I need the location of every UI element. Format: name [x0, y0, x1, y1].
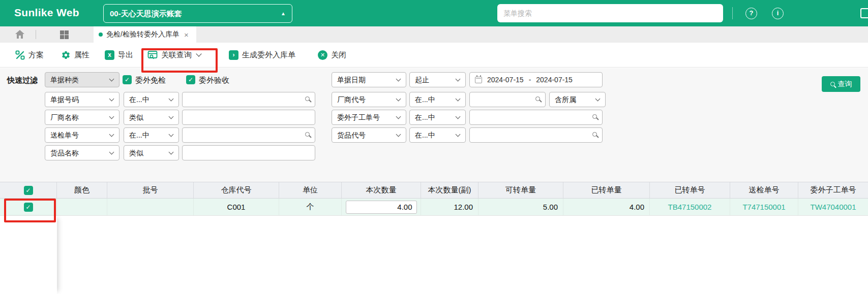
search-icon [592, 114, 597, 119]
toolbar-plan-button[interactable]: 方案 [15, 43, 44, 67]
row-select-cell: ✓ [0, 199, 57, 215]
chevron-down-icon [595, 96, 601, 102]
chevron-down-icon [169, 96, 174, 102]
info-icon[interactable]: i [772, 8, 784, 19]
toolbar-properties-button[interactable]: 属性 [61, 43, 89, 67]
row-checkbox[interactable]: ✓ [24, 203, 33, 212]
chevron-down-icon [396, 77, 401, 82]
date-range-input[interactable]: 2024-07-15 - 2024-07-15 [469, 72, 603, 87]
chevron-down-icon [456, 77, 461, 82]
inspection-doc-input[interactable] [182, 127, 315, 143]
help-icon[interactable]: ? [745, 8, 757, 19]
chevron-down-icon [169, 114, 174, 119]
vendor-code-input[interactable] [469, 92, 546, 107]
column-header[interactable]: 批号 [107, 182, 194, 198]
select-value: 单据种类 [50, 76, 79, 84]
item-name-op-select[interactable]: 类似 [124, 145, 179, 160]
column-header[interactable]: 可转单量 [478, 182, 563, 198]
subwork-order-op-select[interactable]: 在...中 [409, 110, 466, 125]
close-circle-icon: ✕ [318, 50, 327, 60]
scope-select[interactable]: 含所属 [549, 92, 606, 107]
column-header[interactable]: 委外子工单号 [798, 182, 868, 198]
outsource-accept-label: 委外验收 [199, 76, 229, 85]
column-header[interactable]: 送检单号 [730, 182, 798, 198]
search-icon [305, 132, 310, 137]
chevron-down-icon [396, 114, 401, 119]
home-icon[interactable] [15, 30, 24, 41]
select-all-header-cell: ✓ [0, 182, 57, 198]
account-select[interactable]: 00-天心天思演示账套 ▲ [103, 4, 292, 23]
select-value: 起止 [415, 76, 429, 84]
column-header[interactable]: 单位 [279, 182, 342, 198]
date-to[interactable]: 2024-07-15 [536, 76, 573, 84]
cell-transferred-qty: 4.00 [563, 199, 650, 215]
date-field-select[interactable]: 单据日期 [332, 72, 406, 87]
cell-subwork-order-link[interactable]: TW47040001 [798, 199, 868, 215]
table-header: ✓ 颜色 批号 仓库代号 单位 本次数量 本次数量(副) 可转单量 已转单量 已… [0, 182, 868, 199]
cell-transfer-doc-link[interactable]: TB47150002 [650, 199, 730, 215]
item-name-field-select[interactable]: 货品名称 [45, 145, 119, 160]
column-header[interactable]: 仓库代号 [194, 182, 279, 198]
doc-number-op-select[interactable]: 在...中 [124, 92, 179, 107]
date-from[interactable]: 2024-07-15 [487, 76, 524, 84]
outsource-accept-checkbox[interactable]: ✓ [186, 75, 195, 84]
toolbar-generate-button[interactable]: › 生成委外入库单 [229, 43, 295, 67]
chevron-down-icon [396, 132, 401, 137]
column-header[interactable]: 已转单号 [650, 182, 730, 198]
cell-inspection-doc-link[interactable]: T747150001 [730, 199, 798, 215]
doc-kind-select[interactable]: 单据种类 [45, 72, 119, 87]
item-code-field-select[interactable]: 货品代号 [332, 127, 406, 143]
toolbar-item-label: 导出 [118, 50, 133, 60]
doc-number-field-select[interactable]: 单据号码 [45, 92, 119, 107]
inspection-doc-op-select[interactable]: 在...中 [124, 127, 179, 143]
vendor-name-input[interactable] [182, 110, 315, 125]
qty-input[interactable] [346, 201, 417, 214]
inspection-doc-field-select[interactable]: 送检单号 [45, 127, 119, 143]
item-name-input[interactable] [182, 145, 315, 160]
tab-close-icon[interactable]: × [183, 30, 189, 39]
toolbar-item-label: 方案 [28, 50, 44, 60]
outsource-exempt-checkbox[interactable]: ✓ [123, 75, 132, 84]
select-value: 类似 [129, 149, 143, 157]
column-header[interactable]: 颜色 [57, 182, 107, 198]
frozen-column-shadow [0, 216, 57, 294]
item-code-input[interactable] [469, 127, 603, 143]
doc-number-input[interactable] [182, 92, 315, 107]
plan-icon [15, 50, 25, 60]
toolbar-item-label: 属性 [74, 50, 89, 60]
menu-search-input[interactable] [497, 4, 723, 22]
toolbar-export-button[interactable]: x 导出 [105, 43, 133, 67]
app-logo: Sunlike Web [14, 7, 79, 19]
chevron-down-icon [109, 150, 114, 155]
app-window: Sunlike Web 00-天心天思演示账套 ▲ ? i 免检/检验转委外入库… [0, 0, 868, 294]
toolbar: 方案 属性 x 导出 关联查询 › [0, 43, 868, 68]
fullscreen-icon[interactable] [860, 8, 868, 18]
range-mode-select[interactable]: 起止 [409, 72, 466, 87]
subwork-order-field-select[interactable]: 委外子工单号 [332, 110, 406, 125]
tab-active[interactable]: 免检/检验转委外入库单 × [94, 26, 196, 43]
vendor-name-op-select[interactable]: 类似 [124, 110, 179, 125]
linked-query-icon [147, 50, 158, 60]
apps-grid-icon[interactable] [60, 30, 69, 39]
outsource-exempt-label: 委外免检 [135, 76, 166, 85]
search-icon [305, 96, 310, 101]
toolbar-close-button[interactable]: ✕ 关闭 [318, 43, 346, 67]
vendor-name-field-select[interactable]: 厂商名称 [45, 110, 119, 125]
tab-status-dot [99, 32, 103, 37]
column-header[interactable]: 已转单量 [563, 182, 650, 198]
search-icon [830, 82, 835, 86]
select-value: 类似 [129, 113, 143, 121]
column-header[interactable]: 本次数量(副) [421, 182, 478, 198]
select-all-checkbox[interactable]: ✓ [24, 186, 33, 195]
toolbar-linked-query-button[interactable]: 关联查询 [147, 43, 201, 67]
subwork-order-input[interactable] [469, 110, 603, 125]
vendor-code-field-select[interactable]: 厂商代号 [332, 92, 406, 107]
item-code-op-select[interactable]: 在...中 [409, 127, 466, 143]
column-header[interactable]: 本次数量 [342, 182, 421, 198]
generate-icon: › [229, 50, 238, 60]
calendar-icon [475, 77, 482, 83]
query-button[interactable]: 查询 [822, 76, 860, 92]
chevron-down-icon [396, 96, 401, 102]
vendor-code-op-select[interactable]: 在...中 [409, 92, 466, 107]
table-row[interactable]: ✓ C001 个 12.00 5.00 4.00 TB47150002 T747… [0, 199, 868, 216]
